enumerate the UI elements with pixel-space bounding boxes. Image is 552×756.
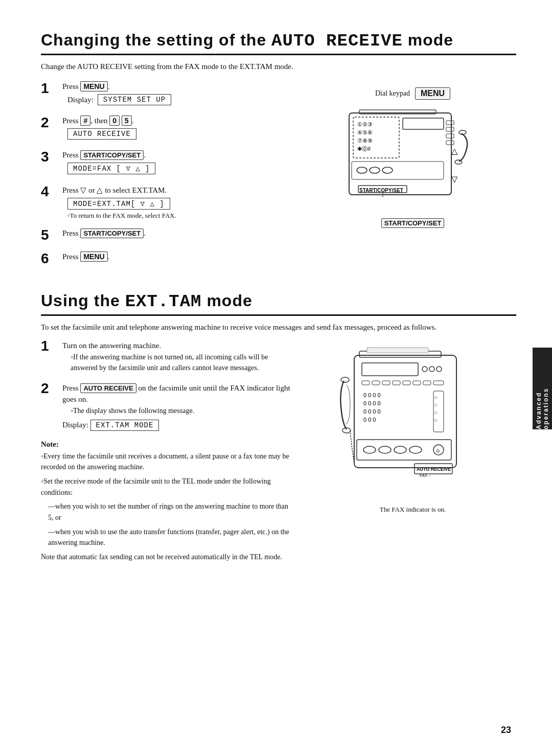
step-6-num: 6 — [41, 250, 62, 267]
section1-title: Changing the setting of the AUTO RECEIVE… — [41, 31, 516, 55]
step-3-display-row: MODE=FAX [ ▽ △ ] — [67, 163, 294, 174]
step-3: 3 Press START/COPY/SET. MODE=FAX [ ▽ △ ] — [41, 151, 294, 176]
svg-text:▽: ▽ — [451, 175, 458, 184]
svg-text:⑦⑧⑨: ⑦⑧⑨ — [357, 138, 373, 144]
section2-step-2: 2 Press AUTO RECEIVE on the facsimile un… — [41, 382, 294, 431]
svg-text:△: △ — [451, 147, 458, 155]
start-copy-set-label: START/COPY/SET — [381, 218, 445, 228]
step-5-content: Press START/COPY/SET. — [62, 229, 294, 241]
step-5-num: 5 — [41, 227, 62, 243]
step-1-press: Press MENU. — [62, 82, 294, 91]
step-5-press: Press START/COPY/SET. — [62, 229, 294, 238]
svg-rect-53 — [367, 348, 428, 353]
svg-rect-12 — [352, 162, 444, 179]
step-1-display-row: Display: SYSTEM SET UP — [67, 94, 294, 105]
svg-point-28 — [436, 366, 442, 372]
svg-rect-6 — [403, 118, 444, 129]
zero-key: 0 — [109, 116, 120, 126]
five-key: 5 — [122, 116, 132, 126]
svg-point-26 — [422, 366, 427, 372]
svg-rect-7 — [446, 121, 454, 125]
svg-rect-31 — [382, 381, 390, 385]
svg-text:⊙: ⊙ — [436, 448, 440, 453]
auto-receive-key: AUTO RECEIVE — [80, 383, 136, 393]
step-1: 1 Press MENU. Display: SYSTEM SET UP — [41, 82, 294, 107]
fax-indicator-caption: The FAX indicator is on. — [380, 506, 446, 514]
step-3-press: Press START/COPY/SET. — [62, 151, 294, 159]
step-2-display-row: AUTO RECEIVE — [67, 128, 294, 140]
svg-rect-32 — [393, 381, 400, 385]
start-copy-set-key-1: START/COPY/SET — [80, 150, 144, 160]
section2-step-1-content: Turn on the answering machine. ◦If the a… — [62, 340, 294, 373]
menu-key: MENU — [80, 81, 107, 91]
svg-text:0  0  0: 0 0 0 — [363, 417, 376, 423]
step-1-display-value: SYSTEM SET UP — [98, 94, 171, 105]
note-2a: —when you wish to set the number of ring… — [48, 501, 294, 523]
note-title: Note: — [41, 440, 294, 449]
sidebar-tab: Advanced operations — [533, 348, 552, 429]
section1-intro: Change the AUTO RECEIVE setting from the… — [41, 62, 516, 71]
svg-rect-34 — [413, 381, 421, 385]
step-2-press: Press #, then 0 5. — [62, 117, 294, 125]
step-6: 6 Press MENU. — [41, 253, 294, 267]
section2-display-value: EXT.TAM MODE — [90, 420, 159, 431]
section2-step-2-note: ◦The display shows the following message… — [71, 405, 294, 416]
step-4-display-row: MODE=EXT.TAM[ ▽ △ ] — [67, 198, 294, 210]
section2-intro: To set the facsimile unit and telephone … — [41, 323, 516, 332]
step-6-press: Press MENU. — [62, 253, 294, 261]
section1-left: 1 Press MENU. Display: SYSTEM SET UP 2 P — [41, 82, 294, 276]
svg-text:□: □ — [434, 403, 437, 407]
note-1: ◦Every time the facsimile unit receives … — [41, 451, 294, 473]
svg-point-57 — [341, 377, 349, 382]
step-4-press: Press ▽ or △ to select EXT.TAM. — [62, 186, 294, 195]
dial-keypad-label-row: Dial keypad MENU — [375, 87, 450, 100]
step-3-display-value: MODE=FAX [ ▽ △ ] — [67, 163, 155, 174]
svg-point-22 — [455, 160, 462, 164]
svg-text:④⑤⑥: ④⑤⑥ — [357, 129, 373, 135]
section2-left: 1 Turn on the answering machine. ◦If the… — [41, 340, 294, 566]
step-4-num: 4 — [41, 184, 62, 200]
section2-step-2-content: Press AUTO RECEIVE on the facsimile unit… — [62, 382, 294, 431]
svg-point-15 — [382, 167, 393, 173]
svg-point-13 — [357, 167, 367, 173]
step-4-note: ◦To return to the FAX mode, select FAX. — [67, 212, 294, 220]
step-2: 2 Press #, then 0 5. AUTO RECEIVE — [41, 117, 294, 142]
step-5: 5 Press START/COPY/SET. — [41, 229, 294, 243]
svg-text:□: □ — [434, 418, 437, 423]
step-3-num: 3 — [41, 149, 62, 165]
note-2b: —when you wish to use the auto transfer … — [48, 526, 294, 548]
step-1-num: 1 — [41, 80, 62, 97]
start-copy-set-caption: START/COPY/SET — [381, 219, 445, 227]
fax-machine-diagram-top: ①②③ ④⑤⑥ ⑦⑧⑨ ✱⓪# START/CO — [344, 103, 482, 215]
section2-step-1: 1 Turn on the answering machine. ◦If the… — [41, 340, 294, 373]
page-number: 23 — [501, 725, 511, 736]
dial-keypad-text: Dial keypad — [375, 89, 410, 98]
svg-text:□: □ — [434, 410, 437, 415]
svg-text:0 0 0 0: 0 0 0 0 — [363, 392, 381, 398]
start-copy-set-key-2: START/COPY/SET — [80, 228, 144, 238]
menu-label-box: MENU — [415, 87, 450, 100]
section2-right: 0 0 0 0 0 0 0 0 0 0 0 0 0 0 0 □ □ □ □ ⊙ — [309, 340, 516, 566]
section2-step-1-note: ◦If the answering machine is not turned … — [71, 352, 294, 373]
fax-machine-diagram-bottom: 0 0 0 0 0 0 0 0 0 0 0 0 0 0 0 □ □ □ □ ⊙ — [339, 340, 487, 503]
svg-rect-8 — [446, 127, 454, 131]
svg-text:✱⓪#: ✱⓪# — [357, 146, 371, 152]
section2-step-2-num: 2 — [41, 380, 62, 397]
svg-rect-36 — [433, 381, 444, 385]
section2-two-col: 1 Turn on the answering machine. ◦If the… — [41, 340, 516, 566]
note-3: Note that automatic fax sending can not … — [41, 552, 294, 563]
section2-step-2-display-row: Display: EXT.TAM MODE — [62, 419, 294, 431]
step-4: 4 Press ▽ or △ to select EXT.TAM. MODE=E… — [41, 186, 294, 220]
section2-title: Using the EXT.TAM mode — [41, 291, 516, 316]
menu-key-2: MENU — [80, 251, 107, 262]
step-4-content: Press ▽ or △ to select EXT.TAM. MODE=EXT… — [62, 186, 294, 220]
svg-rect-9 — [446, 134, 454, 138]
section2-step-1-text: Turn on the answering machine. — [62, 340, 294, 352]
svg-point-49 — [394, 446, 406, 453]
page: Changing the setting of the AUTO RECEIVE… — [0, 0, 552, 756]
svg-rect-33 — [403, 381, 410, 385]
step-3-content: Press START/COPY/SET. MODE=FAX [ ▽ △ ] — [62, 151, 294, 176]
svg-rect-29 — [362, 381, 370, 385]
note-2: ◦Set the receive mode of the facsimile u… — [41, 476, 294, 498]
step-1-content: Press MENU. Display: SYSTEM SET UP — [62, 82, 294, 107]
